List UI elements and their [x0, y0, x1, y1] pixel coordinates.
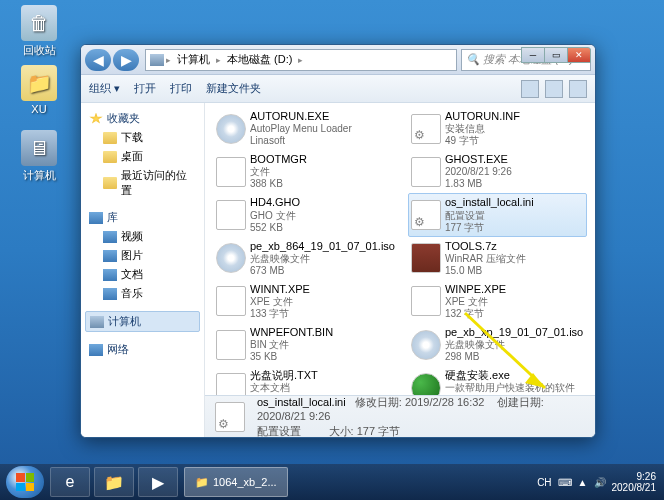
file-item[interactable]: WINPE.XPE XPE 文件 132 字节: [408, 280, 587, 323]
nav-music[interactable]: 音乐: [85, 284, 200, 303]
forward-button[interactable]: ▶: [113, 49, 139, 71]
breadcrumb-drive[interactable]: 本地磁盘 (D:): [223, 52, 296, 67]
print-button[interactable]: 打印: [170, 81, 192, 96]
nav-desktop[interactable]: 桌面: [85, 147, 200, 166]
file-item[interactable]: HD4.GHO GHO 文件 552 KB: [213, 193, 398, 236]
taskbar-mediaplayer[interactable]: ▶: [138, 467, 178, 497]
maximize-button[interactable]: ▭: [544, 47, 568, 63]
file-item[interactable]: WNPEFONT.BIN BIN 文件 35 KB: [213, 323, 398, 366]
file-item[interactable]: AUTORUN.EXE AutoPlay Menu Loader Linasof…: [213, 107, 398, 150]
file-desc: XPE 文件: [250, 296, 395, 308]
close-button[interactable]: ✕: [567, 47, 591, 63]
file-item[interactable]: TOOLS.7z WinRAR 压缩文件 15.0 MB: [408, 237, 587, 280]
open-button[interactable]: 打开: [134, 81, 156, 96]
nav-documents[interactable]: 文档: [85, 265, 200, 284]
folder-icon: [103, 177, 117, 189]
taskbar-ie[interactable]: e: [50, 467, 90, 497]
file-size: 177 字节: [445, 222, 584, 234]
address-bar[interactable]: ▸ 计算机 ▸ 本地磁盘 (D:) ▸: [145, 49, 457, 71]
file-desc: 安装信息: [445, 123, 584, 135]
file-desc: GHO 文件: [250, 210, 395, 222]
tray-lang[interactable]: CH: [537, 477, 551, 488]
nav-recent[interactable]: 最近访问的位置: [85, 166, 200, 200]
file-doc-icon: [216, 157, 246, 187]
file-name: 硬盘安装.exe: [445, 369, 584, 382]
nav-favorites[interactable]: 收藏夹: [85, 109, 200, 128]
recycle-bin-icon: 🗑: [21, 5, 57, 41]
file-desc: 2020/8/21 9:26: [445, 166, 584, 178]
windows-logo-icon: [16, 473, 34, 491]
picture-icon: [103, 250, 117, 262]
document-icon: [103, 269, 117, 281]
folder-icon: [103, 132, 117, 144]
start-button[interactable]: [6, 466, 44, 498]
nav-pictures[interactable]: 图片: [85, 246, 200, 265]
details-create-label: 创建日期:: [497, 396, 544, 408]
chevron-right-icon: ▸: [214, 55, 223, 65]
details-mod-label: 修改日期:: [355, 396, 402, 408]
network-icon: [89, 344, 103, 356]
file-disc-icon: [216, 243, 246, 273]
library-icon: [89, 212, 103, 224]
nav-computer[interactable]: 计算机: [85, 311, 200, 332]
nav-network[interactable]: 网络: [85, 340, 200, 359]
chevron-right-icon: ▸: [296, 55, 305, 65]
file-size: 49 字节: [445, 135, 584, 147]
tray-clock[interactable]: 9:26 2020/8/21: [612, 471, 659, 493]
titlebar: ◀ ▶ ▸ 计算机 ▸ 本地磁盘 (D:) ▸ 🔍 搜索 本地磁盘 (D:): [81, 45, 595, 75]
taskbar-task[interactable]: 📁 1064_xb_2...: [184, 467, 288, 497]
file-name: 光盘说明.TXT: [250, 369, 395, 382]
file-name: WINPE.XPE: [445, 283, 584, 296]
file-size: 133 字节: [250, 308, 395, 320]
file-cfg-icon: [411, 200, 441, 230]
view-options-button[interactable]: [521, 80, 539, 98]
nav-libraries[interactable]: 库: [85, 208, 200, 227]
back-button[interactable]: ◀: [85, 49, 111, 71]
file-name: pe_xb_xp_19_01_07_01.iso: [445, 326, 584, 339]
breadcrumb-computer[interactable]: 计算机: [173, 52, 214, 67]
toolbar: 组织 ▾ 打开 打印 新建文件夹: [81, 75, 595, 103]
details-pane: os_install_local.ini 修改日期: 2019/2/28 16:…: [205, 395, 595, 437]
nav-pane: 收藏夹 下载 桌面 最近访问的位置 库 视频 图片 文档 音乐 计算机 网络: [81, 103, 205, 437]
organize-menu[interactable]: 组织 ▾: [89, 81, 120, 96]
taskbar-explorer[interactable]: 📁: [94, 467, 134, 497]
file-desc: 光盘映像文件: [445, 339, 584, 351]
help-button[interactable]: [569, 80, 587, 98]
file-cfg-icon: [411, 114, 441, 144]
nav-downloads[interactable]: 下载: [85, 128, 200, 147]
file-name: WNPEFONT.BIN: [250, 326, 395, 339]
file-name: AUTORUN.INF: [445, 110, 584, 123]
file-name: HD4.GHO: [250, 196, 395, 209]
preview-pane-button[interactable]: [545, 80, 563, 98]
desktop-icon-label: 回收站: [14, 43, 64, 58]
newfolder-button[interactable]: 新建文件夹: [206, 81, 261, 96]
desktop-icon-label: 计算机: [14, 168, 64, 183]
nav-videos[interactable]: 视频: [85, 227, 200, 246]
tray-speaker-icon[interactable]: 🔊: [594, 477, 606, 488]
file-item[interactable]: 光盘说明.TXT 文本文档 4.31 KB: [213, 366, 398, 395]
file-item[interactable]: GHOST.EXE 2020/8/21 9:26 1.83 MB: [408, 150, 587, 193]
details-size-label: 大小:: [329, 425, 354, 437]
file-item[interactable]: 硬盘安装.exe 一款帮助用户快速装机的软件 11.5.47.1530: [408, 366, 587, 395]
file-item[interactable]: WINNT.XPE XPE 文件 133 字节: [213, 280, 398, 323]
taskbar: e 📁 ▶ 📁 1064_xb_2... CH ⌨ ▲ 🔊 9:26 2020/…: [0, 464, 664, 500]
file-item[interactable]: AUTORUN.INF 安装信息 49 字节: [408, 107, 587, 150]
file-name: os_install_local.ini: [445, 196, 584, 209]
minimize-button[interactable]: ─: [521, 47, 545, 63]
desktop-icon-label: XU: [14, 103, 64, 115]
file-item[interactable]: os_install_local.ini 配置设置 177 字节: [408, 193, 587, 236]
tray-ime-icon[interactable]: ⌨: [558, 477, 572, 488]
file-doc-icon: [216, 200, 246, 230]
computer-icon: 🖥: [21, 130, 57, 166]
desktop-folder-xu[interactable]: 📁 XU: [14, 65, 64, 115]
file-name: TOOLS.7z: [445, 240, 584, 253]
desktop-computer[interactable]: 🖥 计算机: [14, 130, 64, 183]
file-item[interactable]: pe_xb_xp_19_01_07_01.iso 光盘映像文件 298 MB: [408, 323, 587, 366]
file-doc-icon: [216, 373, 246, 395]
desktop-recycle-bin[interactable]: 🗑 回收站: [14, 5, 64, 58]
tray-flag-icon[interactable]: ▲: [578, 477, 588, 488]
file-size: 11.5.47.1530: [445, 394, 584, 395]
file-item[interactable]: BOOTMGR 文件 388 KB: [213, 150, 398, 193]
star-icon: [89, 113, 103, 125]
file-item[interactable]: pe_xb_864_19_01_07_01.iso 光盘映像文件 673 MB: [213, 237, 398, 280]
